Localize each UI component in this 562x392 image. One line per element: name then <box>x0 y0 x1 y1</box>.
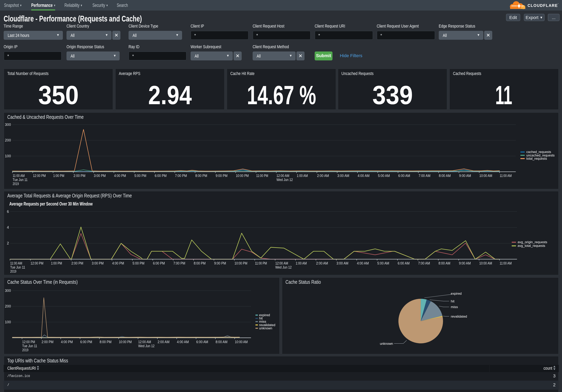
svg-text:11:00 AM: 11:00 AM <box>500 261 512 265</box>
svg-text:4:00 PM: 4:00 PM <box>61 340 73 344</box>
svg-text:hit: hit <box>451 299 454 303</box>
svg-text:5:00 PM: 5:00 PM <box>134 173 146 178</box>
svg-text:Tue Jun 11: Tue Jun 11 <box>12 178 28 182</box>
svg-text:uncached_requests: uncached_requests <box>526 153 555 157</box>
svg-text:Tue Jun 11: Tue Jun 11 <box>10 265 25 269</box>
svg-text:12:00 AM: 12:00 AM <box>138 340 151 344</box>
svg-text:total_requests: total_requests <box>526 157 547 160</box>
svg-text:revalidated: revalidated <box>451 314 467 318</box>
svg-text:4:00 AM: 4:00 AM <box>177 340 189 344</box>
svg-text:2: 2 <box>7 241 9 245</box>
svg-text:1:00 PM: 1:00 PM <box>53 173 64 178</box>
svg-text:6: 6 <box>7 209 9 214</box>
svg-text:2:00 AM: 2:00 AM <box>158 340 169 344</box>
svg-text:miss: miss <box>259 320 266 323</box>
svg-text:3:00 AM: 3:00 AM <box>337 173 349 178</box>
svg-text:2019: 2019 <box>22 348 28 352</box>
svg-text:12:00 PM: 12:00 PM <box>22 340 35 344</box>
svg-text:10:00 AM: 10:00 AM <box>479 261 492 265</box>
svg-text:2019: 2019 <box>12 182 19 186</box>
svg-text:2:00 PM: 2:00 PM <box>71 261 83 265</box>
svg-text:expired: expired <box>451 291 462 295</box>
svg-text:avg_origin_requests: avg_origin_requests <box>518 240 547 244</box>
svg-text:3:00 PM: 3:00 PM <box>92 261 104 265</box>
svg-text:6:00 AM: 6:00 AM <box>196 340 208 344</box>
svg-text:5:00 AM: 5:00 AM <box>378 173 390 178</box>
svg-text:unknown: unknown <box>259 326 272 330</box>
svg-text:Wed Jun 12: Wed Jun 12 <box>277 178 293 182</box>
svg-text:8:00 AM: 8:00 AM <box>439 261 450 265</box>
svg-text:6:00 PM: 6:00 PM <box>155 173 167 178</box>
svg-text:miss: miss <box>451 305 458 309</box>
svg-text:4:00 AM: 4:00 AM <box>357 261 369 265</box>
svg-text:3:00 PM: 3:00 PM <box>94 173 106 178</box>
svg-text:4: 4 <box>7 225 9 230</box>
svg-text:12:00 PM: 12:00 PM <box>31 261 43 265</box>
svg-text:8:00 PM: 8:00 PM <box>194 261 206 265</box>
svg-text:12:00 PM: 12:00 PM <box>33 173 46 178</box>
svg-text:8:00 AM: 8:00 AM <box>439 173 451 178</box>
svg-text:6:00 PM: 6:00 PM <box>153 261 165 265</box>
svg-text:200: 200 <box>5 304 11 308</box>
svg-text:100: 100 <box>5 154 11 158</box>
svg-text:4:00 AM: 4:00 AM <box>358 173 370 178</box>
svg-text:8:00 AM: 8:00 AM <box>215 340 227 344</box>
svg-text:6:00 AM: 6:00 AM <box>398 261 410 265</box>
svg-text:1:00 PM: 1:00 PM <box>51 261 62 265</box>
svg-text:11:00 PM: 11:00 PM <box>255 261 267 265</box>
svg-text:hit: hit <box>259 316 263 320</box>
svg-text:8:00 PM: 8:00 PM <box>100 340 112 344</box>
svg-text:12:00 AM: 12:00 AM <box>277 173 289 178</box>
svg-text:Tue Jun 11: Tue Jun 11 <box>22 344 37 348</box>
svg-text:6:00 PM: 6:00 PM <box>80 340 92 344</box>
svg-text:1:00 AM: 1:00 AM <box>297 173 308 178</box>
svg-text:1:00 AM: 1:00 AM <box>296 261 307 265</box>
svg-text:7:00 PM: 7:00 PM <box>173 261 185 265</box>
svg-text:9:00 PM: 9:00 PM <box>214 261 226 265</box>
svg-text:9:00 PM: 9:00 PM <box>215 173 227 178</box>
svg-text:Wed Jun 12: Wed Jun 12 <box>138 344 154 348</box>
svg-text:2:00 AM: 2:00 AM <box>316 261 328 265</box>
svg-text:4:00 PM: 4:00 PM <box>114 173 126 178</box>
svg-text:10:00 AM: 10:00 AM <box>480 173 492 178</box>
svg-text:10:00 PM: 10:00 PM <box>236 173 249 178</box>
svg-text:9:00 AM: 9:00 AM <box>459 261 471 265</box>
svg-text:7:00 PM: 7:00 PM <box>175 173 187 178</box>
svg-text:11:00 PM: 11:00 PM <box>256 173 268 178</box>
svg-text:7:00 AM: 7:00 AM <box>418 261 430 265</box>
svg-text:2:00 AM: 2:00 AM <box>317 173 329 178</box>
svg-text:11:00 AM: 11:00 AM <box>500 173 512 178</box>
svg-text:6:00 AM: 6:00 AM <box>398 173 410 178</box>
svg-text:300: 300 <box>5 122 11 127</box>
svg-text:5:00 PM: 5:00 PM <box>133 261 145 265</box>
svg-text:5:00 AM: 5:00 AM <box>377 261 389 265</box>
svg-text:Wed Jun 12: Wed Jun 12 <box>275 265 292 269</box>
svg-text:unknown: unknown <box>380 342 393 345</box>
svg-text:10:00 PM: 10:00 PM <box>119 340 132 344</box>
svg-text:3:00 AM: 3:00 AM <box>337 261 349 265</box>
svg-text:expired: expired <box>259 313 270 317</box>
svg-text:revalidated: revalidated <box>259 323 275 326</box>
svg-text:300: 300 <box>5 288 11 292</box>
svg-text:4:00 PM: 4:00 PM <box>112 261 124 265</box>
svg-text:11:00 AM: 11:00 AM <box>12 173 24 178</box>
svg-text:9:00 AM: 9:00 AM <box>459 173 471 178</box>
svg-text:100: 100 <box>5 320 11 324</box>
svg-text:7:00 AM: 7:00 AM <box>419 173 430 178</box>
svg-text:200: 200 <box>5 138 11 142</box>
svg-text:11:00 AM: 11:00 AM <box>10 261 22 265</box>
svg-text:2:00 PM: 2:00 PM <box>74 173 86 178</box>
svg-text:2019: 2019 <box>10 269 16 273</box>
svg-text:8:00 PM: 8:00 PM <box>195 173 207 178</box>
svg-text:10:00 AM: 10:00 AM <box>235 340 248 344</box>
svg-text:avg_total_requests: avg_total_requests <box>518 244 545 248</box>
svg-text:12:00 AM: 12:00 AM <box>275 261 288 265</box>
svg-text:2:00 PM: 2:00 PM <box>42 340 54 344</box>
svg-text:10:00 PM: 10:00 PM <box>234 261 247 265</box>
svg-text:cached_requests: cached_requests <box>526 150 551 154</box>
